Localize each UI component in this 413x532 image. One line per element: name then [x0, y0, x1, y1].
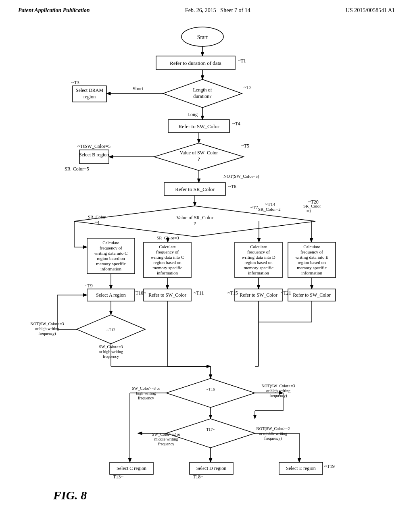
svg-text:Calculate: Calculate — [102, 240, 119, 245]
svg-text:Select DRAM: Select DRAM — [76, 87, 104, 93]
svg-text:~T15: ~T15 — [227, 290, 238, 296]
svg-text:frequency): frequency) — [38, 331, 56, 336]
svg-text:Refer to SW_Color: Refer to SW_Color — [293, 292, 330, 298]
svg-text:Select A region: Select A region — [96, 292, 125, 298]
svg-text:Refer to SW_Color: Refer to SW_Color — [178, 123, 219, 129]
svg-text:frequency of: frequency of — [156, 249, 179, 254]
svg-text:T10~: T10~ — [136, 290, 146, 296]
svg-text:writing data into C: writing data into C — [94, 251, 128, 256]
svg-text:~T1: ~T1 — [238, 58, 246, 64]
svg-text:Value of SW_Color: Value of SW_Color — [180, 150, 218, 156]
svg-text:or high writing: or high writing — [266, 389, 290, 393]
svg-text:~T5: ~T5 — [241, 143, 249, 149]
svg-text:frequency): frequency) — [269, 393, 287, 398]
svg-text:or high writing: or high writing — [35, 326, 59, 331]
header: Patent Application Publication Feb. 26, … — [0, 0, 413, 16]
svg-text:information: information — [100, 266, 121, 271]
svg-text:frequency of: frequency of — [247, 249, 270, 254]
svg-text:memory specific: memory specific — [297, 265, 327, 270]
svg-text:=1: =1 — [307, 208, 311, 213]
header-patent-num: US 2015/0058541 A1 — [346, 7, 395, 14]
svg-text:~T8: ~T8 — [77, 143, 86, 149]
svg-text:writing data into C: writing data into C — [151, 255, 184, 260]
svg-text:~T14: ~T14 — [265, 202, 275, 207]
svg-text:writing data into E: writing data into E — [295, 255, 328, 260]
svg-text:information: information — [301, 270, 322, 275]
svg-text:Select E region: Select E region — [286, 466, 315, 471]
svg-text:memory specific: memory specific — [244, 265, 273, 270]
svg-text:SR_Color: SR_Color — [88, 214, 106, 219]
svg-text:SR_Color=2: SR_Color=2 — [258, 207, 281, 212]
svg-text:Select D region: Select D region — [196, 466, 227, 471]
svg-text:region: region — [83, 94, 96, 100]
svg-text:information: information — [248, 270, 269, 275]
svg-text:Select B region: Select B region — [79, 152, 109, 158]
svg-text:NOT(SW_Color>=3: NOT(SW_Color>=3 — [262, 384, 295, 389]
svg-text:region based on: region based on — [298, 260, 326, 265]
svg-text:SW_Color>=3 or: SW_Color>=3 or — [132, 386, 161, 391]
svg-text:~T7: ~T7 — [250, 205, 258, 210]
svg-text:~T4: ~T4 — [232, 121, 240, 127]
svg-text:region based on: region based on — [153, 260, 181, 265]
svg-text:Refer to SW_Color: Refer to SW_Color — [148, 292, 186, 298]
svg-text:frequency: frequency — [158, 442, 174, 446]
svg-text:Select C region: Select C region — [117, 466, 146, 471]
svg-text:region based on: region based on — [244, 260, 273, 265]
svg-text:~T2: ~T2 — [244, 85, 252, 90]
svg-text:~T19: ~T19 — [324, 463, 335, 469]
svg-text:NOT(SW_Color>=3: NOT(SW_Color>=3 — [31, 322, 64, 326]
svg-text:Refer to SR_Color: Refer to SR_Color — [175, 186, 215, 192]
svg-text:memory specific: memory specific — [152, 265, 182, 270]
svg-text:=4: =4 — [94, 220, 99, 224]
svg-text:NOT(SW_Color>=2: NOT(SW_Color>=2 — [257, 426, 290, 431]
svg-text:~T3: ~T3 — [71, 80, 79, 85]
svg-text:Value of SR_Color: Value of SR_Color — [176, 215, 213, 220]
svg-text:?: ? — [194, 221, 196, 227]
svg-text:writing data into D: writing data into D — [242, 255, 275, 260]
svg-text:SR_Color=5: SR_Color=5 — [65, 166, 89, 172]
svg-text:Calculate: Calculate — [250, 244, 267, 249]
svg-text:Short: Short — [133, 86, 144, 91]
svg-text:Calculate: Calculate — [159, 244, 176, 249]
svg-text:information: information — [157, 270, 178, 275]
svg-marker-123 — [166, 378, 255, 407]
svg-text:T18~: T18~ — [193, 474, 203, 480]
svg-text:SW_Color=5: SW_Color=5 — [85, 143, 111, 149]
svg-text:memory specific: memory specific — [96, 261, 126, 266]
svg-text:Refer to duration of data: Refer to duration of data — [170, 60, 221, 66]
svg-text:~T16: ~T16 — [206, 387, 215, 391]
svg-text:~T20: ~T20 — [308, 199, 319, 205]
svg-text:T17~: T17~ — [206, 427, 215, 432]
svg-text:~T21: ~T21 — [281, 290, 291, 296]
header-publication: Patent Application Publication — [18, 7, 90, 14]
fig-label: FIG. 8 — [53, 488, 87, 502]
svg-text:NOT(SW_Color=5): NOT(SW_Color=5) — [223, 174, 259, 179]
svg-text:frequency of: frequency of — [100, 245, 122, 250]
svg-text:~T6: ~T6 — [228, 184, 236, 189]
svg-text:~T9: ~T9 — [85, 283, 93, 289]
svg-text:Calculate: Calculate — [303, 244, 320, 249]
svg-text:T13~: T13~ — [113, 474, 123, 480]
svg-text:Long: Long — [188, 112, 198, 117]
svg-text:~T12: ~T12 — [106, 328, 115, 332]
svg-text:frequency: frequency — [138, 396, 154, 400]
svg-text:middle writing: middle writing — [154, 437, 178, 441]
svg-text:duration?: duration? — [193, 94, 211, 99]
svg-text:frequency of: frequency of — [300, 249, 323, 254]
svg-text:Refer to SW_Color: Refer to SW_Color — [240, 292, 277, 298]
svg-text:SW_Color>=2 or: SW_Color>=2 or — [152, 432, 181, 436]
svg-text:frequency): frequency) — [264, 436, 282, 441]
svg-text:Length of: Length of — [193, 87, 212, 93]
svg-text:?: ? — [198, 156, 200, 162]
flowchart: Start Refer to duration of data ~T1 Leng… — [17, 16, 396, 507]
svg-text:~T11: ~T11 — [194, 290, 204, 296]
header-date-sheet: Feb. 26, 2015 Sheet 7 of 14 — [185, 7, 250, 14]
svg-text:region based on: region based on — [97, 256, 125, 261]
svg-text:Start: Start — [197, 34, 208, 40]
